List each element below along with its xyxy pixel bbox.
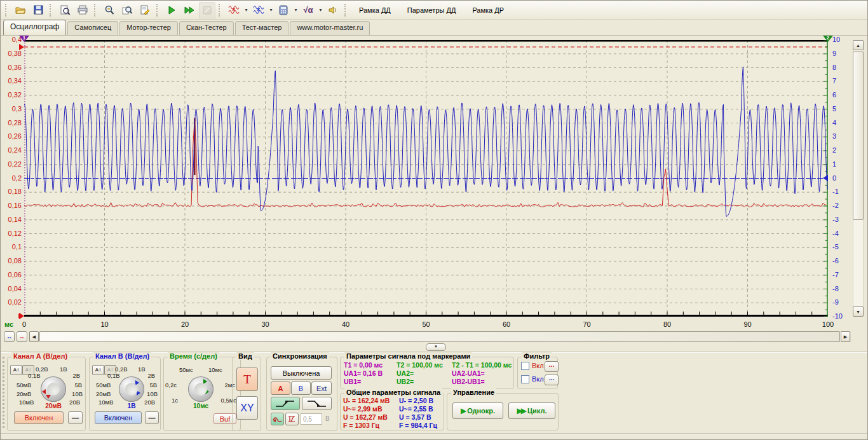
math-dropdown[interactable]: ▾ — [318, 7, 323, 13]
cycle-run-button[interactable]: ▶▶ Цикл. — [508, 402, 555, 419]
oscillogram[interactable] — [24, 40, 828, 317]
v-scroll-up-button[interactable]: ▲ — [853, 40, 864, 50]
channel-b-dropdown[interactable]: ▾ — [268, 7, 274, 13]
open-folder-icon — [15, 5, 26, 15]
y-left-tick: 0,34 — [1, 77, 22, 85]
filter-b-checkbox[interactable] — [521, 375, 529, 383]
fast-forward-icon — [184, 6, 195, 15]
b-u-value: U = 3,57 В — [399, 413, 431, 422]
calculator-button[interactable] — [275, 2, 292, 18]
y-left-tick: 0,06 — [1, 271, 22, 278]
tabbar: Осциллограф Самописец Мотор-тестер Скан-… — [1, 20, 867, 36]
panel-grip — [3, 357, 7, 428]
sync-source-a-button[interactable]: А — [271, 382, 290, 395]
sync-source-ext-button[interactable]: Ext — [311, 382, 332, 395]
trigger-level-arrow[interactable] — [19, 44, 24, 50]
sync-source-b-button[interactable]: В — [291, 382, 311, 395]
filter-b-settings-button[interactable]: ... — [545, 375, 559, 385]
panel-collapse-button[interactable]: ▼ — [426, 343, 446, 351]
y-right-tick: -5 — [832, 243, 850, 251]
tab-oscilloscope[interactable]: Осциллограф — [3, 20, 66, 35]
sound-button[interactable] — [325, 2, 341, 18]
y-left-tick: 0,18 — [1, 188, 22, 195]
sync-level-input[interactable] — [301, 413, 322, 425]
marker-2-reset-button[interactable]: .. — [17, 331, 27, 342]
y-left-tick: 0,2 — [1, 174, 22, 182]
scale-label: 0,1В — [28, 372, 41, 379]
open-button[interactable] — [12, 2, 29, 18]
scale-label: 10В — [72, 390, 83, 397]
view-xy-button[interactable]: XY — [236, 396, 258, 420]
sync-title: Синхронизация — [271, 352, 329, 360]
sync-rising-edge-button[interactable] — [271, 397, 300, 410]
marker-params-title: Параметры сигнала под маркерами — [344, 352, 472, 360]
x-tick: 100 — [815, 320, 841, 328]
cycle-run-label: Цикл. — [527, 407, 546, 415]
print-preview-button[interactable] — [57, 2, 73, 18]
t1-value: T1 = 0,00 мс — [344, 361, 383, 369]
channel-a-settings-button[interactable] — [226, 2, 242, 18]
y-left-tick: 0,16 — [1, 202, 22, 209]
tab-website[interactable]: www.motor-master.ru — [290, 21, 370, 35]
channel-b-knob[interactable] — [119, 376, 144, 402]
b-freq-value: F = 984,4 Гц — [399, 422, 437, 430]
control-title: Управление — [451, 388, 496, 396]
y-right-tick: -8 — [832, 285, 850, 292]
h-scroll-right-button[interactable]: ▶ — [841, 331, 850, 342]
x-tick: 0 — [11, 320, 37, 328]
menu-ramka-dd[interactable]: Рамка ДД — [351, 1, 398, 19]
scale-label: 5В — [149, 382, 157, 388]
time-knob[interactable] — [188, 376, 214, 402]
scale-label: 50мВ — [96, 382, 111, 388]
channel-b-autoscale-button[interactable]: A↕ — [92, 365, 104, 375]
h-scroll-left-button[interactable]: ◀ — [29, 331, 39, 342]
save-button[interactable] — [30, 2, 46, 18]
time-current-scale: 10мс — [187, 402, 215, 409]
tab-scan-tester[interactable]: Скан-Тестер — [179, 21, 234, 35]
v-scroll-thumb[interactable] — [853, 52, 864, 220]
y-left-tick: 0,02 — [1, 298, 22, 306]
x-tick: 60 — [494, 320, 519, 328]
scale-label: 2В — [147, 372, 155, 379]
channel-b-zero-arrow[interactable] — [823, 175, 828, 181]
menu-params-dd[interactable]: Параметры ДД — [400, 1, 464, 19]
view-t-button[interactable]: Т — [236, 368, 258, 391]
sync-falling-edge-button[interactable] — [302, 397, 332, 410]
channel-a-autoscale-button[interactable]: A↕ — [10, 365, 22, 375]
channel-b-invert-button[interactable]: — — [145, 411, 159, 424]
sync-off-button[interactable]: Выключена — [271, 366, 332, 380]
channel-a-knob[interactable] — [41, 376, 66, 402]
report-button[interactable] — [137, 2, 153, 18]
channel-b-power-button[interactable]: Включен — [95, 411, 142, 424]
print-button[interactable] — [74, 2, 91, 18]
sync-mode-level-button[interactable] — [285, 413, 299, 425]
tab-test-master[interactable]: Тест-мастер — [235, 21, 289, 35]
scale-label: 10В — [147, 390, 158, 397]
math-button[interactable]: √α — [300, 2, 316, 18]
stop-disabled-icon — [203, 6, 212, 15]
channel-a-invert-button[interactable]: — — [68, 411, 83, 424]
tab-motor-tester[interactable]: Мотор-тестер — [119, 21, 178, 35]
v-scroll-down-button[interactable]: ▼ — [853, 306, 864, 317]
single-run-button[interactable]: ▶ Однокр. — [452, 402, 503, 419]
sync-mode-wave-button[interactable] — [271, 413, 284, 425]
channel-a-zero-arrow[interactable] — [19, 313, 24, 319]
filter-a-settings-button[interactable]: ... — [545, 361, 559, 372]
zoom-page-button[interactable] — [119, 2, 135, 18]
marker-1-reset-button[interactable]: .. — [4, 331, 15, 342]
h-scroll-thumb[interactable] — [39, 331, 840, 342]
x-axis-unit: мс — [4, 320, 13, 328]
channel-a-power-button[interactable]: Включен — [14, 411, 64, 424]
start-cycle-button[interactable] — [181, 2, 198, 18]
tab-recorder[interactable]: Самописец — [67, 21, 118, 35]
start-button[interactable] — [163, 2, 180, 18]
plot-region: 0,40,380,360,340,320,30,280,260,240,220,… — [1, 36, 868, 354]
channel-a-dropdown[interactable]: ▾ — [243, 7, 249, 13]
zoom-button[interactable] — [101, 2, 118, 18]
channel-b-settings-button[interactable] — [250, 2, 267, 18]
menu-ramka-dr[interactable]: Рамка ДР — [465, 1, 512, 19]
scale-label: 10мВ — [19, 399, 34, 406]
y-right-tick: 7 — [832, 77, 850, 85]
calculator-dropdown[interactable]: ▾ — [293, 7, 299, 13]
filter-a-checkbox[interactable] — [521, 362, 529, 370]
